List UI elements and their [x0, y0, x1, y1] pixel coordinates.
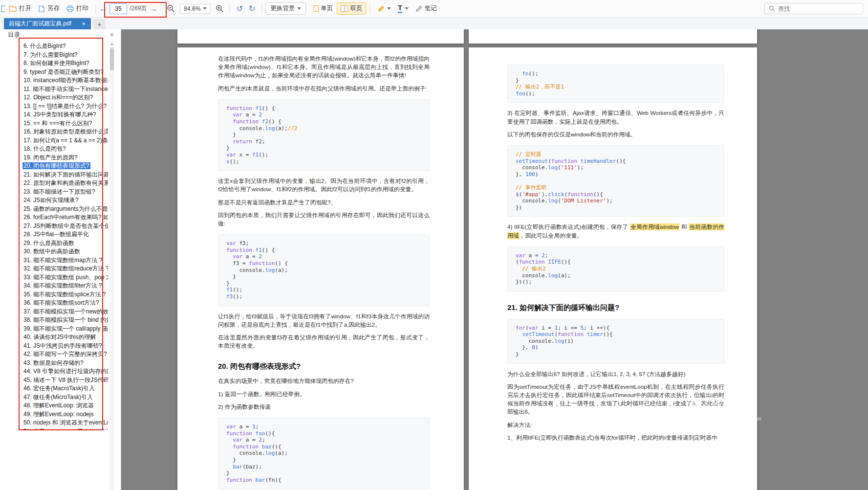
toc-item-label: 33. 能不能实现数组 push、pop 方法? — [22, 274, 108, 281]
page-forward-arrow-icon[interactable]: → — [150, 5, 157, 13]
toc-item[interactable]: 36. 能不能实现数组sort方法? — [22, 299, 108, 308]
toc-item[interactable]: 48. 理解EventLoop: 浏览器 — [22, 401, 108, 410]
toc-item[interactable]: 44. V8 引擎如何进行垃圾内存的回收? — [22, 367, 108, 376]
chevron-down-icon — [297, 7, 301, 10]
toc-item[interactable]: 13. [] == ![]结果是什么? 为什么? — [22, 102, 108, 111]
redo-icon[interactable]: ↻ — [246, 5, 258, 13]
scrollbar-thumb[interactable] — [110, 48, 114, 70]
toc-item[interactable]: 19. 闭包产生的原因? — [22, 154, 108, 162]
toc-item[interactable]: 9. typeof 是否能正确判断类型? — [22, 68, 108, 77]
toc-item[interactable]: 16. 对象转原始类型是根据什么流程运行的? — [22, 128, 108, 136]
zoom-out-icon[interactable] — [165, 4, 177, 13]
toc-item[interactable]: 11. 能不能手动实现一下instanceof的功能? — [22, 85, 108, 94]
code-block: var a = 2; (function IIFE(){ // 输出2 cons… — [507, 246, 724, 291]
single-page-view-button[interactable]: 单页 — [310, 2, 337, 15]
toc-item[interactable]: 31. 能不能实现数组map方法 ? — [22, 256, 108, 265]
print-label: 打印 — [76, 4, 88, 13]
change-background-label: 更换背景 — [270, 4, 295, 13]
toc-item[interactable]: 33. 能不能实现数组 push、pop 方法? — [22, 273, 108, 282]
note-label: 笔记 — [425, 4, 437, 13]
toc-item-label: 40. 谈谈你对JS中this的理解 — [22, 334, 97, 340]
open-button[interactable]: 打开 — [5, 2, 35, 15]
zoom-level-dropdown[interactable]: 84.6% — [180, 4, 211, 14]
note-button[interactable]: 笔记 — [412, 2, 440, 15]
document-tab[interactable]: 前端大厂面试题宝典.pdf × — [4, 18, 91, 29]
toc-item-label: 28. JS中flat---数组扁平化 — [22, 231, 90, 238]
toc-close-icon[interactable]: × — [110, 31, 114, 38]
toc-item[interactable]: 47. 微任务(MicroTask)引入 — [22, 393, 108, 402]
toc-item[interactable]: 32. 能不能实现数组reduce方法 ? — [22, 265, 108, 273]
toc-item[interactable]: 26. forEach中return有效果吗? 如何中断forEach循环? — [22, 213, 108, 222]
toc-item[interactable]: 17. 如何让if(a == 1 && a == 2)条件成立? — [22, 136, 108, 145]
toolbar-separator — [161, 4, 161, 14]
toc-item[interactable]: 28. JS中flat---数组扁平化 — [22, 230, 108, 239]
toc-item[interactable]: 34. 能不能实现数组filter方法 ? — [22, 282, 108, 290]
zoom-level-value: 84.6% — [184, 5, 200, 12]
scrollbar-up-icon[interactable]: ▲ — [109, 41, 114, 47]
print-button[interactable]: 打印 — [63, 2, 92, 15]
change-background-dropdown[interactable]: 更换背景 — [265, 2, 306, 15]
toc-item-label: 7. 为什么需要BigInt? — [22, 51, 79, 58]
toc-item[interactable]: 8. 如何创建并使用BigInt? — [22, 59, 108, 68]
toc-item[interactable]: 42. 能不能写一个完整的深拷贝? — [22, 350, 108, 359]
highlighter-tool-dropdown[interactable] — [373, 3, 394, 15]
toc-item[interactable]: 38. 能不能模拟实现一个 bind 的效果? — [22, 316, 108, 325]
toc-item[interactable]: 14. JS中类型转换有哪几种? — [22, 111, 108, 119]
toc-item-label: 36. 能不能实现数组sort方法? — [22, 299, 100, 306]
toc-item[interactable]: 46. 宏任务(MacroTask)引入 — [22, 384, 108, 393]
toc-item[interactable]: 49. 理解EventLoop: nodejs — [22, 410, 108, 419]
pen-icon — [415, 5, 422, 12]
toc-item-label: 39. 能不能实现一个 call/apply 函数? — [22, 325, 108, 332]
toc-item-label: 23. 能不能描述一下原型链? — [22, 188, 96, 195]
toc-item[interactable]: 21. 如何解决下面的循环输出问题? — [22, 171, 108, 179]
toc-scrollbar[interactable]: ▲ — [109, 41, 114, 490]
toc-item[interactable]: 15. == 和 ===有什么区别? — [22, 119, 108, 128]
zoom-in-icon[interactable] — [214, 4, 226, 13]
toc-item-label: 21. 如何解决下面的循环输出问题? — [22, 171, 108, 178]
toc-item[interactable]: 7. 为什么需要BigInt? — [22, 51, 108, 60]
page-number-input[interactable] — [109, 3, 127, 14]
document-viewport[interactable]: 在这段代码中，f1的作用域指向有全局作用域(window)和它本身，而f2的作用… — [121, 29, 868, 490]
section-heading: 20. 闭包有哪些表现形式? — [218, 362, 430, 371]
toc-item-label: 30. 数组中的高阶函数 — [22, 248, 81, 255]
toc-item[interactable]: 22. 原型对象和构造函数有何关系? — [22, 179, 108, 188]
toc-item[interactable]: 35. 能不能实现数组splice方法 ? — [22, 290, 108, 299]
clipped-app-icon — [1, 5, 5, 12]
double-page-view-button[interactable]: 双页 — [337, 2, 366, 15]
toc-item-label: 35. 能不能实现数组splice方法 ? — [22, 291, 107, 298]
toc-item[interactable]: 30. 数组中的高阶函数 — [22, 247, 108, 256]
toc-item[interactable]: 50. nodejs 和 浏览器关于eventLoop的主要区别 — [22, 419, 108, 427]
toc-item[interactable]: 40. 谈谈你对JS中this的理解 — [22, 333, 108, 342]
toc-item[interactable]: 18. 什么是闭包? — [22, 145, 108, 154]
toc-item[interactable]: 41. JS中浅拷贝的手段有哪些? — [22, 342, 108, 351]
toc-item[interactable]: 51. 关于process.nextTick的一点说明 — [22, 427, 108, 431]
undo-icon[interactable]: ↺ — [233, 5, 245, 13]
tab-close-icon[interactable]: × — [80, 20, 87, 27]
toc-item-label: 19. 闭包产生的原因? — [22, 154, 79, 161]
toc-item[interactable]: 24. JS如何实现继承? — [22, 196, 108, 205]
toc-item[interactable]: 29. 什么是高阶函数 — [22, 239, 108, 248]
toc-item[interactable]: 43. 数据是如何存储的? — [22, 359, 108, 368]
toc-item[interactable]: 37. 能不能模拟实现一个new的效果? — [22, 308, 108, 316]
search-box[interactable] — [764, 3, 863, 14]
toc-item[interactable]: 10. instanceof能否判断基本数据类型? — [22, 76, 108, 85]
page-back-arrow-icon[interactable]: ← — [99, 5, 107, 13]
search-icon — [769, 5, 775, 12]
toc-item[interactable]: 27. JS判断数组中是否包含某个值 — [22, 222, 108, 231]
pdf-page-left: 在这段代码中，f1的作用域指向有全局作用域(window)和它本身，而f2的作用… — [177, 47, 464, 490]
search-input[interactable] — [778, 5, 856, 12]
text-tool-dropdown[interactable]: T — [394, 2, 412, 15]
toc-item[interactable]: 12. Object.is和===的区别? — [22, 93, 108, 102]
new-tab-button[interactable]: + — [93, 19, 106, 29]
toc-item[interactable]: 20. 闭包有哪些表现形式? — [22, 162, 108, 171]
pdf-page-left-content: 在这段代码中，f1的作用域指向有全局作用域(window)和它本身，而f2的作用… — [177, 47, 464, 490]
save-as-button[interactable]: 另存 — [35, 2, 63, 15]
toc-item[interactable]: 6. 什么是BigInt? — [22, 42, 108, 51]
toc-item[interactable]: 25. 函数的arguments为什么不是数组? 如何转化成数组? — [22, 205, 108, 214]
toc-item-label: 34. 能不能实现数组filter方法 ? — [22, 282, 103, 289]
toc-item-label: 25. 函数的arguments为什么不是数组? 如何转化成数组? — [22, 205, 108, 212]
toc-item[interactable]: 23. 能不能描述一下原型链? — [22, 188, 108, 197]
toc-item[interactable]: 39. 能不能实现一个 call/apply 函数? — [22, 325, 108, 334]
toc-item[interactable]: 45. 描述一下 V8 执行一段JS代码的过程? — [22, 376, 108, 385]
toc-list: 6. 什么是BigInt?7. 为什么需要BigInt?8. 如何创建并使用Bi… — [0, 40, 108, 430]
